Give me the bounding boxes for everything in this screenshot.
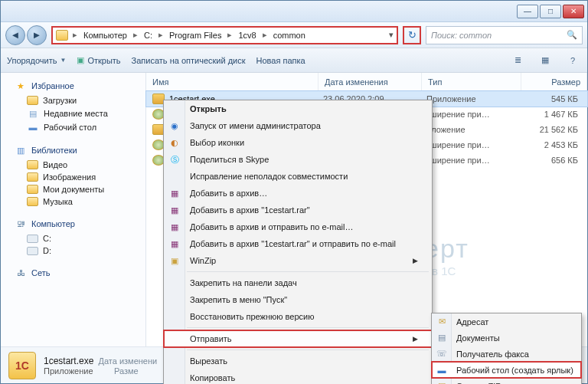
file-type: кширение при… — [426, 110, 526, 119]
skype-icon: Ⓢ — [168, 153, 181, 166]
col-type[interactable]: Тип — [422, 73, 521, 90]
open-button[interactable]: ▣Открыть — [77, 55, 120, 65]
file-size: 1 467 КБ — [526, 110, 587, 119]
winrar-icon: ▦ — [168, 204, 181, 216]
titlebar: — □ ✕ — [1, 1, 587, 22]
details-type: Приложение — [44, 366, 93, 376]
nav-video[interactable]: Видео — [4, 159, 142, 171]
col-date[interactable]: Дата изменения — [318, 73, 422, 90]
fax-icon: ☏ — [436, 348, 448, 360]
minimize-button[interactable]: — — [517, 5, 538, 18]
file-size: 656 КБ — [526, 156, 587, 165]
ctx-copy[interactable]: Копировать — [164, 369, 432, 384]
sendto-recipient[interactable]: ✉Адресат — [432, 313, 581, 330]
help-icon[interactable]: ? — [564, 53, 581, 68]
refresh-button[interactable]: ↻ — [403, 26, 421, 44]
preview-pane-icon[interactable]: ▦ — [537, 53, 554, 68]
breadcrumb-dropdown[interactable]: ▾ — [389, 30, 394, 40]
file-type: кширение при… — [426, 140, 526, 149]
ctx-restore[interactable]: Восстановить прежнюю версию — [164, 308, 432, 325]
column-headers: Имя Дата изменения Тип Размер — [146, 73, 587, 91]
nav-libraries[interactable]: ▥Библиотеки — [4, 142, 142, 159]
back-button[interactable]: ◄ — [5, 25, 25, 45]
new-folder-button[interactable]: Новая папка — [256, 56, 305, 65]
breadcrumb-c[interactable]: C: — [139, 31, 157, 40]
nav-computer[interactable]: 🖳Компьютер — [4, 215, 142, 232]
sendto-zip[interactable]: ▣Сжатая ZIP-папка — [432, 378, 581, 384]
nav-recent[interactable]: ▤Недавние места — [4, 107, 142, 120]
breadcrumb[interactable]: ▸ Компьютер ▸ C: ▸ Program Files ▸ 1cv8 … — [51, 26, 398, 44]
ctx-choose-icon[interactable]: ◐Выбор иконки — [164, 134, 432, 151]
maximize-button[interactable]: □ — [540, 5, 561, 18]
ctx-compat[interactable]: Исправление неполадок совместимости — [164, 168, 432, 185]
ctx-skype[interactable]: ⓈПоделиться в Skype — [164, 151, 432, 168]
breadcrumb-common[interactable]: common — [269, 31, 310, 40]
organize-menu[interactable]: Упорядочить▼ — [7, 56, 66, 65]
zip-icon: ▣ — [436, 380, 448, 385]
document-icon: ▤ — [436, 332, 448, 344]
winzip-icon: ▣ — [168, 254, 181, 267]
breadcrumb-pf[interactable]: Program Files — [165, 31, 226, 40]
ctx-archive-email[interactable]: ▦Добавить в архив и отправить по e-mail… — [164, 218, 432, 235]
burn-button[interactable]: Записать на оптический диск — [132, 56, 246, 65]
ctx-archive-add[interactable]: ▦Добавить в архив… — [164, 185, 432, 202]
submenu-arrow-icon: ▶ — [413, 257, 418, 264]
ctx-cut[interactable]: Вырезать — [164, 353, 432, 369]
winrar-icon: ▦ — [168, 187, 181, 199]
forward-button[interactable]: ► — [27, 25, 47, 45]
ctx-archive-named-email[interactable]: ▦Добавить в архив "1cestart.rar" и отпра… — [164, 235, 432, 252]
details-size-label: Разме — [114, 366, 139, 376]
nav-images[interactable]: Изображения — [4, 171, 142, 183]
ctx-pin-taskbar[interactable]: Закрепить на панели задач — [164, 274, 432, 291]
address-row: ◄ ► ▸ Компьютер ▸ C: ▸ Program Files ▸ 1… — [1, 22, 587, 48]
file-type: Приложение — [426, 94, 526, 103]
nav-favorites[interactable]: ★Избранное — [4, 77, 142, 94]
nav-drive-c[interactable]: C: — [4, 232, 142, 245]
close-button[interactable]: ✕ — [563, 5, 584, 18]
ctx-runas[interactable]: ◉Запуск от имени администратора — [164, 117, 432, 134]
submenu-arrow-icon: ▶ — [413, 335, 418, 343]
search-input[interactable]: Поиск: common 🔍 — [426, 26, 583, 44]
file-size: 21 562 КБ — [526, 125, 587, 134]
ctx-winzip[interactable]: ▣WinZip▶ — [164, 252, 432, 269]
sendto-documents[interactable]: ▤Документы — [432, 330, 581, 346]
ctx-send-to[interactable]: Отправить▶ — [164, 330, 432, 347]
col-name[interactable]: Имя — [146, 73, 318, 90]
nav-downloads[interactable]: Загрузки — [4, 94, 142, 107]
winrar-icon: ▦ — [168, 221, 181, 233]
ctx-open[interactable]: Открыть — [164, 100, 432, 117]
nav-pane: ★Избранное Загрузки ▤Недавние места ▬Раб… — [1, 73, 146, 346]
details-date-label: Дата изменени — [99, 356, 158, 366]
nav-drive-d[interactable]: D: — [4, 245, 142, 257]
file-type-icon: 1C — [8, 352, 36, 379]
sendto-fax[interactable]: ☏Получатель факса — [432, 346, 581, 362]
details-filename: 1cestart.exe — [44, 356, 93, 366]
winrar-icon: ▦ — [168, 238, 181, 250]
search-icon: 🔍 — [567, 30, 577, 40]
file-type: иложение — [426, 125, 526, 134]
nav-desktop[interactable]: ▬Рабочий стол — [4, 120, 142, 134]
file-size: 2 453 КБ — [526, 140, 587, 149]
file-type: кширение при… — [426, 156, 526, 165]
sendto-desktop-shortcut[interactable]: ▬Рабочий стол (создать ярлык) — [432, 362, 581, 378]
breadcrumb-1cv8[interactable]: 1cv8 — [234, 31, 260, 40]
context-menu: Открыть ◉Запуск от имени администратора … — [163, 100, 433, 384]
ctx-pin-start[interactable]: Закрепить в меню "Пуск" — [164, 291, 432, 308]
file-size: 545 КБ — [526, 94, 587, 103]
mail-icon: ✉ — [436, 316, 448, 328]
shield-icon: ◉ — [168, 120, 181, 132]
view-mode-icon[interactable]: ≣ — [509, 53, 526, 68]
nav-network[interactable]: 🖧Сеть — [4, 264, 142, 281]
sendto-submenu: ✉Адресат ▤Документы ☏Получатель факса ▬Р… — [431, 313, 582, 384]
palette-icon: ◐ — [168, 136, 181, 149]
toolbar: Упорядочить▼ ▣Открыть Записать на оптиче… — [1, 48, 587, 73]
breadcrumb-root[interactable]: Компьютер — [79, 31, 132, 40]
desktop-icon: ▬ — [436, 364, 448, 376]
nav-mydocs[interactable]: Мои документы — [4, 183, 142, 195]
nav-music[interactable]: Музыка — [4, 195, 142, 208]
col-size[interactable]: Размер — [521, 73, 587, 90]
folder-icon — [56, 30, 68, 41]
breadcrumb-sep: ▸ — [73, 30, 77, 40]
ctx-archive-named[interactable]: ▦Добавить в архив "1cestart.rar" — [164, 202, 432, 218]
search-placeholder: Поиск: common — [431, 31, 492, 40]
